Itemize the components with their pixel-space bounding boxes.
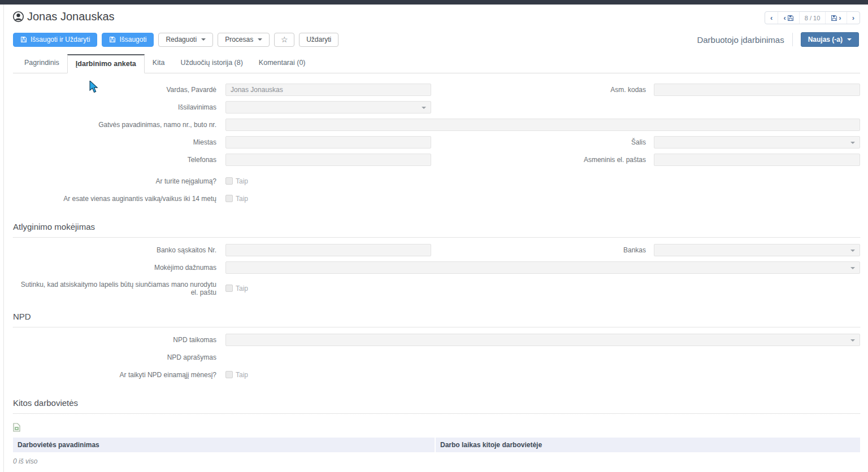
payment-frequency-label: Mokėjimo dažnumas — [13, 264, 216, 272]
education-label: Išsilavinimas — [13, 103, 216, 111]
close-button[interactable]: Uždaryti — [299, 33, 338, 47]
bank-account-label: Banko sąskaitos Nr. — [13, 246, 216, 254]
street-input[interactable] — [225, 119, 860, 131]
checkbox-label: Taip — [236, 177, 248, 185]
record-page: Jonas Jonauskas ‹ ‹ 8 / 10 — [3, 5, 868, 472]
checkbox-label: Taip — [236, 371, 248, 379]
bank-label: Bankas — [431, 246, 654, 254]
street-label: Gatvės pavadinimas, namo nr., buto nr. — [13, 121, 216, 129]
save-button[interactable]: Išsaugoti — [102, 33, 154, 47]
tab-idarbinimo-anketa[interactable]: Įdarbinimo anketa — [67, 54, 145, 73]
checkbox-label: Taip — [236, 285, 248, 292]
record-pager: ‹ ‹ 8 / 10 › — [765, 11, 860, 24]
pager-save-next-button[interactable]: › — [825, 12, 846, 24]
personal-code-input[interactable] — [654, 84, 860, 96]
payslip-consent-checkbox[interactable] — [225, 285, 233, 292]
disability-label: Ar turite neįgalumą? — [13, 177, 216, 185]
toolbar: Išsaugoti ir Uždaryti Išsaugoti Redaguot… — [13, 32, 860, 47]
column-header[interactable]: Darbo laikas kitoje darbovietėje — [436, 438, 860, 452]
save-icon — [20, 36, 27, 43]
window-top-bar — [0, 0, 868, 5]
caret-down-icon — [847, 38, 852, 41]
personal-email-label: Asmeninis el. paštas — [431, 156, 654, 164]
pager-position: 8 / 10 — [799, 12, 826, 24]
city-label: Miestas — [13, 138, 216, 146]
single-parent-label: Ar esate vienas auginantis vaiką/vaikus … — [13, 195, 216, 203]
country-label: Šalis — [431, 138, 654, 146]
person-avatar-icon — [13, 11, 24, 22]
phone-input[interactable] — [225, 154, 431, 166]
caret-down-icon — [850, 339, 855, 342]
city-input[interactable] — [225, 136, 431, 148]
process-button[interactable]: Procesas — [218, 33, 270, 47]
single-parent-checkbox[interactable] — [225, 195, 233, 202]
save-icon — [109, 36, 116, 43]
caret-down-icon — [422, 107, 426, 109]
phone-label: Telefonas — [13, 156, 216, 164]
pager-prev-button[interactable]: ‹ — [765, 12, 778, 24]
caret-down-icon — [258, 38, 262, 41]
divider — [792, 33, 793, 46]
record-type-label: Darbuotojo įdarbinimas — [697, 35, 784, 45]
checkbox-label: Taip — [236, 195, 248, 203]
save-icon — [831, 15, 837, 21]
tab-kita[interactable]: Kita — [145, 54, 173, 73]
education-select[interactable] — [225, 101, 431, 113]
personal-code-label: Asm. kodas — [431, 86, 654, 94]
new-record-button[interactable]: Naujas (-a) — [801, 32, 859, 47]
tab-uzduociu-istorija[interactable]: Užduočių istorija (8) — [172, 54, 250, 73]
name-input[interactable]: Jonas Jonauskas — [225, 84, 431, 96]
payment-frequency-select[interactable] — [225, 261, 860, 274]
salary-section-title: Atlyginimo mokėjimas — [13, 222, 860, 231]
personal-email-input[interactable] — [654, 154, 860, 166]
caret-down-icon — [201, 38, 206, 41]
npd-applied-select[interactable] — [225, 334, 860, 346]
npd-current-month-label: Ar taikyti NPD einamąjį mėnesį? — [13, 371, 216, 379]
workplaces-total: 0 iš viso — [13, 457, 860, 465]
npd-current-month-checkbox[interactable] — [225, 371, 233, 378]
disability-checkbox[interactable] — [225, 177, 233, 185]
section-divider — [13, 413, 860, 414]
workplaces-section-title: Kitos darbovietės — [13, 398, 860, 408]
save-icon — [787, 15, 794, 21]
favorite-button[interactable]: ☆ — [274, 33, 294, 47]
export-excel-button[interactable] — [13, 423, 20, 432]
bank-account-input[interactable] — [225, 244, 431, 256]
pager-save-prev-button[interactable]: ‹ — [778, 12, 798, 24]
save-and-close-button[interactable]: Išsaugoti ir Uždaryti — [13, 33, 97, 47]
edit-button[interactable]: Redaguoti — [158, 33, 213, 47]
employment-form: Vardas, Pavardė Jonas Jonauskas Asm. kod… — [13, 73, 860, 472]
npd-section-title: NPD — [13, 312, 860, 321]
bank-select[interactable] — [654, 244, 860, 256]
payslip-consent-label: Sutinku, kad atsiskaitymo lapelis būtų s… — [13, 281, 216, 296]
tab-pagrindinis[interactable]: Pagrindinis — [16, 54, 67, 73]
pager-next-button[interactable]: › — [847, 12, 860, 24]
column-header[interactable]: Darbovietės pavadinimas — [13, 438, 436, 452]
workplaces-table-header: Darbovietės pavadinimas Darbo laikas kit… — [13, 438, 860, 452]
caret-down-icon — [850, 250, 855, 252]
star-icon: ☆ — [281, 35, 288, 44]
npd-applied-label: NPD taikomas — [13, 336, 216, 344]
tab-bar: Pagrindinis Įdarbinimo anketa Kita Užduo… — [13, 54, 860, 73]
mouse-cursor — [89, 81, 99, 93]
country-select[interactable] — [654, 136, 860, 148]
npd-description-label: NPD aprašymas — [13, 353, 216, 361]
header: Jonas Jonauskas ‹ ‹ 8 / 10 — [13, 5, 860, 24]
caret-down-icon — [850, 267, 855, 269]
name-label: Vardas, Pavardė — [13, 86, 216, 94]
page-title: Jonas Jonauskas — [27, 10, 115, 23]
tab-komentarai[interactable]: Komentarai (0) — [251, 54, 314, 73]
caret-down-icon — [850, 142, 855, 144]
